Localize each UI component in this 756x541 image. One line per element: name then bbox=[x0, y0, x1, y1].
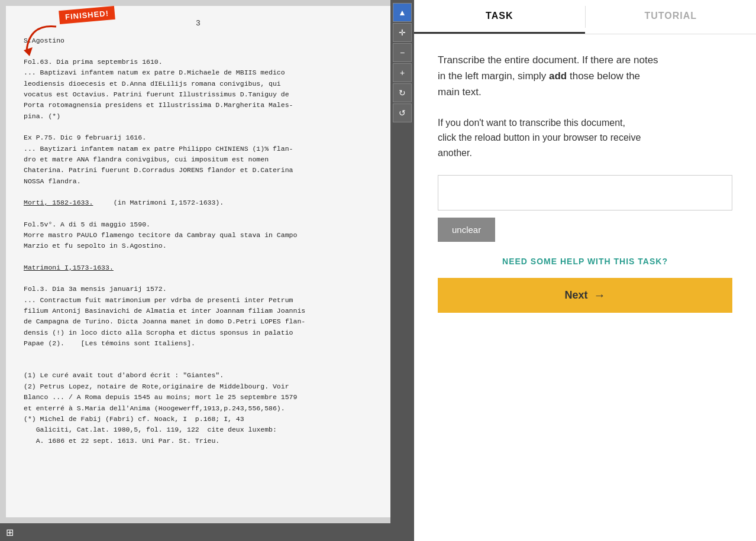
doc-line-10: dro et matre ANA flandra conivgibus, cui… bbox=[24, 154, 373, 165]
doc-line-15: Morre mastro PAULO flamengo tecitore da … bbox=[24, 230, 373, 241]
document-toolbar: ▲ ✛ − + ↻ ↺ bbox=[390, 0, 414, 523]
doc-line-20: filium Antonij Basinavichi de Almatia et… bbox=[24, 306, 373, 316]
svg-marker-0 bbox=[24, 47, 33, 56]
doc-line-29: Galiciti, Cat.lat. 1980,5, fol. 119, 122… bbox=[24, 425, 373, 435]
doc-line-28: (*) Michel de Fabij (Fabri) cf. Noack, I… bbox=[24, 414, 373, 425]
task-description-2: If you don't want to transcribe this doc… bbox=[438, 115, 732, 161]
transcription-input[interactable] bbox=[438, 175, 732, 210]
tab-task[interactable]: TASK bbox=[414, 0, 585, 34]
document-text: S.Agostino Fol.63. Dia prima septembris … bbox=[24, 35, 373, 447]
zoom-in-icon: + bbox=[400, 68, 405, 77]
document-viewer: FINISHED! 3 S.Agostino Fol.63. Dia prima… bbox=[0, 0, 414, 541]
doc-line-30: A. 1686 et 22 sept. 1613. Uni Par. St. T… bbox=[24, 436, 373, 446]
tab-tutorial[interactable]: TUTORIAL bbox=[586, 0, 757, 34]
document-page[interactable]: 3 S.Agostino Fol.63. Dia prima septembri… bbox=[6, 6, 390, 517]
rotate-cw-button[interactable]: ↻ bbox=[393, 83, 412, 102]
document-area: 3 S.Agostino Fol.63. Dia prima septembri… bbox=[0, 0, 414, 523]
zoom-out-icon: − bbox=[400, 48, 405, 57]
doc-line-1: S.Agostino bbox=[24, 35, 373, 46]
doc-line-24: (1) Le curé avait tout d'abord écrit : "… bbox=[24, 370, 373, 381]
doc-line-2: Fol.63. Dia prima septembris 1610. bbox=[24, 57, 373, 67]
next-label: Next bbox=[564, 289, 587, 302]
doc-line-8: Ex P.75. Dic 9 februarij 1616. bbox=[24, 132, 373, 143]
doc-line-11: Chaterina. Patrini fuerunt D.Corradus JO… bbox=[24, 165, 373, 176]
tabs-header: TASK TUTORIAL bbox=[414, 0, 756, 34]
doc-line-3: ... Baptizavi infantem natum ex patre D.… bbox=[24, 67, 373, 78]
doc-line-14: Fol.5v°. A di 5 di maggio 1590. bbox=[24, 219, 373, 230]
doc-line-22: densis (!) in loco dicto alla Scropha et… bbox=[24, 328, 373, 338]
doc-line-12: NOSSA flandra. bbox=[24, 176, 373, 187]
doc-line-25: (2) Petrus Lopez, notaire de Rote,origin… bbox=[24, 381, 373, 392]
bottom-bar: ⊞ bbox=[0, 523, 414, 541]
rotate-ccw-button[interactable]: ↺ bbox=[393, 103, 412, 122]
move-tool-button[interactable]: ✛ bbox=[393, 23, 412, 42]
rotate-ccw-icon: ↺ bbox=[399, 108, 406, 118]
doc-line-23: Papae (2). [Les témoins sont Italiens]. bbox=[24, 338, 373, 349]
cursor-icon: ▲ bbox=[398, 8, 406, 17]
doc-line-18: Fol.3. Dia 3a mensis januarij 1572. bbox=[24, 284, 373, 294]
doc-line-13: Morti, 1582-1633. (in Matrimoni I,1572-1… bbox=[24, 197, 373, 208]
doc-line-7: pina. (*) bbox=[24, 111, 373, 122]
doc-line-16: Marzio et fu sepolto in S.Agostino. bbox=[24, 241, 373, 251]
doc-line-6: Porta rotomagnensia presidens et Illustr… bbox=[24, 100, 373, 111]
doc-line-4: leodiensis dioecesis et D.Anna dIELilijs… bbox=[24, 79, 373, 89]
doc-line-21: de Campagna de Turino. Dicta Joanna mane… bbox=[24, 316, 373, 327]
task-description: Transcribe the entire document. If there… bbox=[438, 52, 732, 101]
document-content: 3 S.Agostino Fol.63. Dia prima septembri… bbox=[6, 6, 390, 467]
rotate-cw-icon: ↻ bbox=[399, 88, 406, 98]
next-arrow-icon: → bbox=[594, 289, 606, 302]
doc-line-5: vocatus est Octavius. Patrini fuerunt Il… bbox=[24, 89, 373, 100]
doc-line-27: et enterré à S.Maria dell'Anima (Hoogewe… bbox=[24, 403, 373, 414]
doc-line-26: Blanco ... / A Roma depuis 1545 au moins… bbox=[24, 392, 373, 403]
unclear-button[interactable]: unclear bbox=[438, 218, 495, 242]
move-icon: ✛ bbox=[399, 28, 406, 37]
arrow-annotation bbox=[18, 18, 65, 67]
doc-line-9: ... Baytizari infantem natam ex patre Ph… bbox=[24, 144, 373, 154]
zoom-in-button[interactable]: + bbox=[393, 63, 412, 82]
cursor-tool-button[interactable]: ▲ bbox=[393, 3, 412, 22]
next-button[interactable]: Next → bbox=[438, 278, 732, 313]
help-text: NEED SOME HELP WITH THIS TASK? bbox=[438, 257, 732, 266]
zoom-out-button[interactable]: − bbox=[393, 43, 412, 62]
doc-line-17: Matrimoni I,1573-1633. bbox=[24, 263, 373, 273]
task-content: Transcribe the entire document. If there… bbox=[414, 34, 756, 541]
grid-icon[interactable]: ⊞ bbox=[6, 527, 14, 538]
doc-line-19: ... Contractum fuit matrimonium per vdrb… bbox=[24, 295, 373, 306]
right-panel: TASK TUTORIAL Transcribe the entire docu… bbox=[414, 0, 756, 541]
